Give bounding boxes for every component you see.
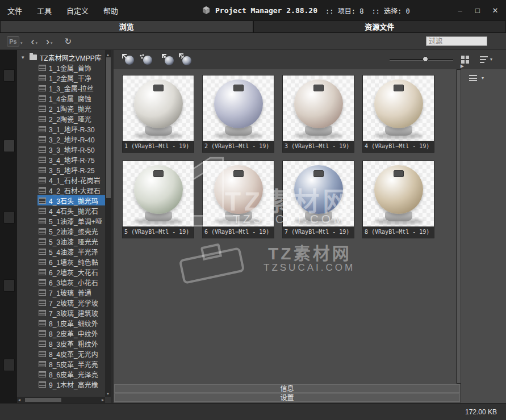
tab-asset-files[interactable]: 资源文件 — [253, 20, 506, 33]
tree-item[interactable]: 4_2_石材-大理石 — [37, 185, 111, 195]
close-button[interactable]: ✕ — [491, 6, 499, 15]
tree-item[interactable]: 8_3皮革_粗纹外 — [37, 338, 111, 348]
category-tab[interactable] — [3, 279, 15, 292]
scrollbar-thumb[interactable] — [24, 397, 62, 402]
material-file-icon — [39, 65, 46, 71]
tree-item[interactable]: 8_4皮革_无光内 — [37, 348, 111, 359]
tree-item[interactable]: 8_5皮革_半光亮 — [37, 359, 111, 369]
tree-item[interactable]: 7_1玻璃_普通 — [37, 287, 111, 297]
tree-item[interactable]: 6_3墙灰_小花石 — [37, 277, 111, 287]
tree-item[interactable]: 3_2_地坪-R-40 — [37, 134, 111, 144]
project-manager-window: 文件 工具 自定义 帮助 Project Manager 2.88.20 :: … — [0, 0, 506, 420]
tree-root-folder[interactable]: ▾ TZ素材网之VMPP库 — [17, 52, 111, 62]
scroll-down-icon[interactable]: ▾ — [105, 390, 111, 397]
content-vertical-scrollbar[interactable] — [456, 69, 461, 384]
tree-item[interactable]: 2_1陶瓷_抛光 — [37, 103, 111, 114]
scrollbar-thumb[interactable] — [106, 57, 111, 199]
thumbnail-size-slider[interactable] — [390, 56, 453, 64]
expand-panel-button[interactable]: ▶ — [461, 64, 464, 69]
category-tab-strip — [0, 50, 17, 403]
tree-item[interactable]: 4_4石头_抛光石 — [37, 205, 111, 216]
tree-item-label: 8_1皮革_细纹外 — [49, 318, 98, 328]
menu-tools[interactable]: 工具 — [30, 5, 59, 16]
material-thumbnail[interactable]: 3 (VRayBl⋯Mtl - 19) — [282, 75, 354, 153]
scroll-left-icon[interactable]: ◂ — [18, 397, 20, 403]
refresh-button[interactable]: ↻ — [65, 36, 72, 47]
tree-item[interactable]: 8_6皮革_光泽亮 — [37, 369, 111, 379]
tz-logo-tag — [313, 170, 324, 177]
material-file-icon — [39, 371, 46, 377]
tree-item[interactable]: 7_2玻璃_光学玻 — [37, 297, 111, 308]
menu-help[interactable]: 帮助 — [96, 5, 126, 16]
sort-order-icon[interactable]: ▾ — [480, 56, 492, 64]
category-tab[interactable] — [3, 211, 15, 224]
material-thumbnail[interactable]: 2 (VRayBl⋯Mtl - 19) — [202, 75, 274, 153]
tree-item[interactable]: 1_1金属_首饰 — [37, 62, 111, 73]
view-menu-icon[interactable]: ▾ — [469, 74, 484, 83]
library-tree-panel: ▾ TZ素材网之VMPP库 1_1金属_首饰 1_2金属_干净 1_3_金属-拉… — [17, 50, 111, 403]
window-controls: – □ ✕ — [456, 0, 499, 20]
category-tab[interactable] — [3, 359, 15, 371]
tree-item[interactable]: 4_1_石材-花岗岩 — [37, 175, 111, 185]
copy-material-button[interactable] — [160, 52, 176, 67]
tree-item[interactable]: 1_4金属_腐蚀 — [37, 93, 111, 103]
tree-item[interactable]: 3_4_地坪-R-75 — [37, 154, 111, 165]
tree-item[interactable]: 8_2皮革_中纹外 — [37, 328, 111, 338]
forward-dropdown-icon[interactable]: ▾ — [51, 41, 53, 45]
slider-handle[interactable] — [423, 56, 428, 62]
tree-item[interactable]: 5_2油漆_蛋壳光 — [37, 226, 111, 236]
tree-horizontal-scrollbar[interactable]: ◂ ▸ — [17, 397, 105, 403]
tree-item[interactable]: 3_5_地坪-R-25 — [37, 165, 111, 175]
collapse-arrow-icon[interactable]: ▾ — [22, 54, 27, 60]
tree-item[interactable]: 1_2金属_干净 — [37, 73, 111, 83]
material-thumbnail[interactable]: 6 (VRayBl⋯Mtl - 19) — [202, 161, 274, 238]
material-thumbnail[interactable]: 8 (VRayBl⋯Mtl - 19) — [362, 161, 434, 238]
watermark-title-2: TZ素材网 — [268, 240, 352, 264]
scrollbar-thumb[interactable] — [457, 69, 461, 384]
tree-item[interactable]: 6_2墙灰_大花石 — [37, 267, 111, 277]
tree-item[interactable]: 1_3_金属-拉丝 — [37, 83, 111, 93]
tree-item[interactable]: 5_4油漆_半光泽 — [37, 246, 111, 257]
info-rollout[interactable]: 信息 — [114, 384, 460, 393]
settings-rollout[interactable]: 设置 — [114, 393, 460, 402]
tree-item[interactable]: 5_3油漆_哑光光 — [37, 236, 111, 246]
material-preview-image — [123, 161, 194, 226]
tree-item[interactable]: 2_2陶瓷_哑光 — [37, 114, 111, 124]
filter-input[interactable] — [426, 36, 487, 46]
material-preview-image — [203, 161, 274, 226]
back-button[interactable]: ‹ — [31, 36, 35, 47]
tree-item[interactable]: 7_3玻璃_建筑玻 — [37, 308, 111, 318]
photoshop-button[interactable]: Ps — [7, 36, 19, 47]
tree-item[interactable]: 4_3石头_抛光玛 — [37, 195, 111, 205]
material-file-icon — [39, 300, 46, 306]
forward-button[interactable]: › — [46, 36, 49, 47]
maximize-button[interactable]: □ — [474, 6, 482, 15]
tree-item[interactable]: 3_1_地坪-R-30 — [37, 124, 111, 134]
scroll-right-icon[interactable]: ▸ — [102, 397, 104, 403]
photoshop-dropdown-icon[interactable]: ▾ — [20, 41, 23, 45]
minimize-button[interactable]: – — [456, 6, 464, 15]
tree-item[interactable]: 9_1木材_高光橡 — [37, 379, 111, 389]
assign-material-button[interactable] — [120, 52, 136, 67]
tree-item[interactable]: 3_3_地坪-R-50 — [37, 144, 111, 154]
menu-customize[interactable]: 自定义 — [59, 5, 96, 16]
material-thumbnail[interactable]: 1 (VRayBl⋯Mtl - 19) — [122, 75, 194, 153]
category-tab[interactable] — [3, 69, 15, 82]
pick-material-button[interactable] — [138, 52, 154, 67]
chevron-down-icon: ▾ — [482, 75, 484, 81]
tree-item[interactable]: 8_1皮革_细纹外 — [37, 318, 111, 328]
material-thumbnail[interactable]: 4 (VRayBl⋯Mtl - 19) — [362, 75, 434, 153]
tree-item[interactable]: 5_1油漆_单调+哑 — [37, 216, 111, 226]
category-tab[interactable] — [3, 140, 15, 152]
material-label: 8 (VRayBl⋯Mtl - 19) — [363, 226, 434, 238]
tree-item[interactable]: 6_1墙灰_纯色黏 — [37, 257, 111, 267]
tab-browse[interactable]: 浏览 — [0, 20, 253, 33]
render-preview-button[interactable] — [178, 52, 194, 67]
material-thumbnail[interactable]: 5 (VRayBl⋯Mtl - 19) — [122, 161, 194, 238]
back-dropdown-icon[interactable]: ▾ — [36, 41, 38, 45]
tree-vertical-scrollbar[interactable]: ▴ ▾ — [105, 50, 111, 397]
material-file-icon — [39, 279, 46, 285]
menu-file[interactable]: 文件 — [0, 5, 30, 16]
grid-view-icon[interactable] — [461, 56, 469, 64]
material-thumbnail[interactable]: 7 (VRayBl⋯Mtl - 19) — [282, 161, 354, 238]
